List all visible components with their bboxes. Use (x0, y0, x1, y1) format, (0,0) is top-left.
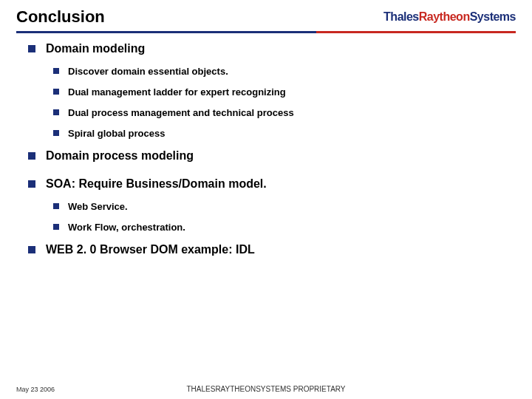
logo-raytheon: Raytheon (419, 10, 470, 24)
bullet-icon (28, 246, 35, 253)
bullet-text: WEB 2. 0 Browser DOM example: IDL (46, 243, 255, 256)
sub-bullet: Spiral global process (53, 128, 516, 139)
header: Conclusion ThalesRaytheonSystems (0, 0, 532, 31)
bullet-icon (53, 109, 59, 115)
sublist-soa: Web Service. Work Flow, orchestration. (28, 201, 516, 233)
content: Domain modeling Discover domain essentia… (0, 39, 532, 256)
bullet-domain-process: Domain process modeling (28, 149, 516, 163)
sub-bullet-text: Dual management ladder for expert recogn… (68, 86, 286, 98)
sub-bullet-text: Work Flow, orchestration. (68, 222, 185, 233)
sub-bullet-text: Discover domain essential objects. (68, 66, 228, 77)
sub-bullet: Dual process management and technical pr… (53, 107, 516, 118)
slide-title: Conclusion (16, 7, 105, 27)
logo: ThalesRaytheonSystems (383, 10, 516, 24)
sub-bullet: Web Service. (53, 201, 516, 212)
bullet-domain-modeling: Domain modeling (28, 42, 516, 55)
bullet-web2: WEB 2. 0 Browser DOM example: IDL (28, 243, 516, 256)
logo-systems: Systems (470, 10, 516, 24)
sub-bullet-text: Dual process management and technical pr… (68, 107, 294, 118)
logo-thales: Thales (383, 10, 419, 24)
bullet-icon (53, 224, 59, 230)
bullet-text: SOA: Require Business/Domain model. (46, 177, 267, 191)
footer-proprietary: THALESRAYTHEONSYSTEMS PROPRIETARY (186, 385, 345, 393)
bullet-text: Domain process modeling (46, 149, 194, 163)
bullet-icon (28, 152, 35, 160)
bullet-icon (53, 130, 59, 136)
bullet-icon (28, 180, 35, 188)
footer-date: May 23 2006 (16, 386, 55, 393)
sub-bullet: Discover domain essential objects. (53, 66, 516, 77)
bullet-icon (53, 89, 59, 95)
bullet-soa: SOA: Require Business/Domain model. (28, 177, 516, 191)
sublist-domain-modeling: Discover domain essential objects. Dual … (28, 66, 516, 139)
bullet-icon (53, 203, 59, 209)
bullet-icon (28, 45, 35, 52)
sub-bullet-text: Web Service. (68, 201, 128, 212)
divider (16, 31, 516, 33)
footer: May 23 2006 THALESRAYTHEONSYSTEMS PROPRI… (0, 386, 532, 393)
bullet-text: Domain modeling (46, 42, 145, 55)
sub-bullet: Dual management ladder for expert recogn… (53, 86, 516, 98)
sub-bullet-text: Spiral global process (68, 128, 166, 139)
sub-bullet: Work Flow, orchestration. (53, 222, 516, 233)
bullet-icon (53, 68, 59, 74)
